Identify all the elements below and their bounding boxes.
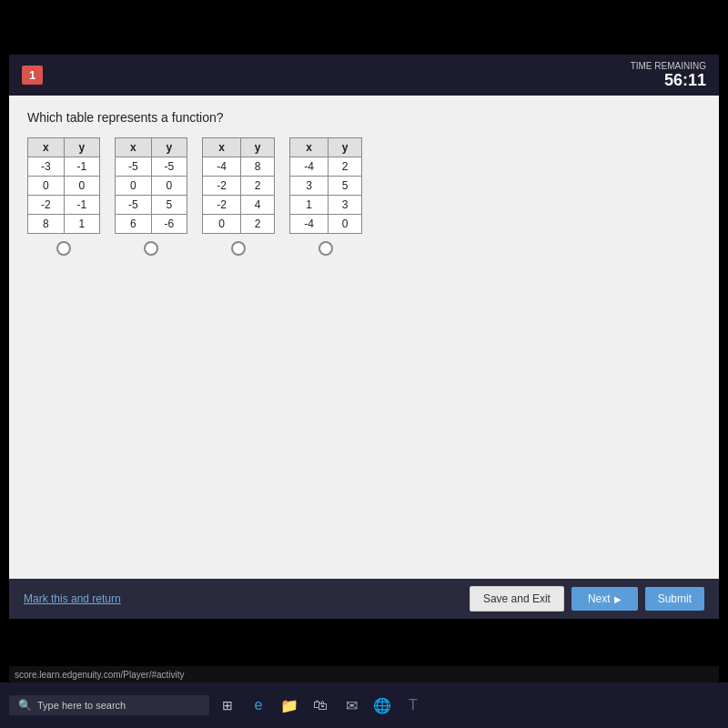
data-table-a: x y -3 -1 0 0 -2 bbox=[27, 137, 100, 234]
table-row: -5 -5 bbox=[116, 157, 187, 177]
table-c-r2c1: -2 bbox=[203, 177, 241, 196]
table-a-r3c2: -1 bbox=[64, 196, 100, 215]
table-a-r1c1: -3 bbox=[28, 157, 65, 177]
taskbar-icon-chrome[interactable]: 🌐 bbox=[371, 694, 393, 716]
table-row: 0 2 bbox=[203, 215, 275, 234]
taskbar-search-text: Type here to search bbox=[37, 700, 126, 711]
table-b-r4c1: 6 bbox=[116, 215, 152, 234]
table-row: 0 0 bbox=[116, 177, 187, 196]
browser-url: score.learn.edgenuity.com/Player/#activi… bbox=[15, 670, 185, 680]
top-bar: 1 TIME REMAINING 56:11 bbox=[9, 55, 719, 96]
time-remaining-label: TIME REMAINING bbox=[631, 61, 706, 71]
table-row: 6 -6 bbox=[116, 215, 187, 234]
mark-return-link[interactable]: Mark this and return bbox=[24, 592, 121, 605]
table-row: 1 3 bbox=[290, 196, 362, 215]
taskbar-icon-monitor[interactable]: ⊞ bbox=[217, 694, 238, 716]
table-a-r1c2: -1 bbox=[64, 157, 100, 177]
table-d-r2c2: 5 bbox=[329, 177, 362, 196]
table-row: 3 5 bbox=[290, 177, 362, 196]
table-c-header-x: x bbox=[203, 138, 241, 157]
table-a-r2c1: 0 bbox=[28, 177, 65, 196]
data-table-c: x y -4 8 -2 2 -2 bbox=[202, 137, 275, 234]
taskbar-icon-mail[interactable]: ✉ bbox=[340, 694, 362, 716]
table-d-header-y: y bbox=[329, 138, 362, 157]
table-c-r2c2: 2 bbox=[241, 177, 275, 196]
taskbar: 🔍 Type here to search ⊞ e 📁 🛍 ✉ 🌐 T bbox=[0, 682, 728, 728]
browser-bar: score.learn.edgenuity.com/Player/#activi… bbox=[9, 666, 719, 682]
table-b-header-y: y bbox=[151, 138, 187, 157]
table-c-r4c2: 2 bbox=[241, 215, 275, 234]
data-table-b: x y -5 -5 0 0 -5 bbox=[115, 137, 187, 234]
table-option-d: x y -4 2 3 5 1 bbox=[289, 137, 362, 256]
taskbar-icon-store[interactable]: 🛍 bbox=[309, 694, 331, 716]
table-d-r4c1: -4 bbox=[290, 215, 329, 234]
table-row: -5 5 bbox=[116, 196, 187, 215]
table-a-header-x: x bbox=[28, 138, 65, 157]
table-b-r3c2: 5 bbox=[151, 196, 187, 215]
data-table-d: x y -4 2 3 5 1 bbox=[289, 137, 362, 234]
table-c-r3c2: 4 bbox=[241, 196, 275, 215]
question-text: Which table represents a function? bbox=[27, 110, 701, 125]
table-row: -4 0 bbox=[290, 215, 362, 234]
radio-option-b[interactable] bbox=[144, 241, 158, 256]
table-c-r1c2: 8 bbox=[241, 157, 275, 177]
table-b-r4c2: -6 bbox=[151, 215, 187, 234]
table-b-header-x: x bbox=[116, 138, 152, 157]
table-b-r3c1: -5 bbox=[116, 196, 152, 215]
table-d-r2c1: 3 bbox=[290, 177, 329, 196]
table-d-r3c1: 1 bbox=[290, 196, 329, 215]
table-a-r4c2: 1 bbox=[64, 215, 100, 234]
time-remaining-display: TIME REMAINING 56:11 bbox=[631, 60, 706, 90]
table-a-header-y: y bbox=[64, 138, 100, 157]
table-row: -4 2 bbox=[290, 157, 362, 177]
bottom-buttons: Save and Exit Next Submit bbox=[470, 586, 704, 612]
taskbar-search[interactable]: 🔍 Type here to search bbox=[9, 695, 209, 715]
table-b-r1c2: -5 bbox=[151, 157, 187, 177]
table-d-r1c1: -4 bbox=[290, 157, 329, 177]
table-d-header-x: x bbox=[290, 138, 329, 157]
taskbar-icon-teams[interactable]: T bbox=[402, 694, 424, 716]
table-row: -2 2 bbox=[203, 177, 275, 196]
question-number: 1 bbox=[22, 66, 43, 85]
save-exit-button[interactable]: Save and Exit bbox=[470, 586, 564, 612]
submit-button[interactable]: Submit bbox=[645, 587, 704, 611]
table-row: 0 0 bbox=[28, 177, 100, 196]
table-d-r3c2: 3 bbox=[329, 196, 362, 215]
table-d-r4c2: 0 bbox=[329, 215, 362, 234]
time-value: 56:11 bbox=[631, 71, 706, 90]
table-row: -2 4 bbox=[203, 196, 275, 215]
table-c-r3c1: -2 bbox=[203, 196, 241, 215]
taskbar-icon-edge[interactable]: e bbox=[248, 694, 269, 716]
table-d-r1c2: 2 bbox=[329, 157, 362, 177]
content-area: Which table represents a function? x y -… bbox=[9, 96, 719, 579]
table-row: -2 -1 bbox=[28, 196, 100, 215]
table-row: 8 1 bbox=[28, 215, 100, 234]
table-row: -3 -1 bbox=[28, 157, 100, 177]
table-a-r2c2: 0 bbox=[64, 177, 100, 196]
table-c-header-y: y bbox=[241, 138, 275, 157]
table-b-r2c2: 0 bbox=[151, 177, 187, 196]
taskbar-icon-folder[interactable]: 📁 bbox=[278, 694, 300, 716]
next-button[interactable]: Next bbox=[571, 587, 638, 611]
bottom-bar: Mark this and return Save and Exit Next … bbox=[9, 579, 719, 619]
table-a-r4c1: 8 bbox=[28, 215, 65, 234]
table-b-r2c1: 0 bbox=[116, 177, 152, 196]
radio-option-d[interactable] bbox=[318, 241, 333, 256]
table-option-a: x y -3 -1 0 0 -2 bbox=[27, 137, 100, 256]
table-a-r3c1: -2 bbox=[28, 196, 65, 215]
tables-row: x y -3 -1 0 0 -2 bbox=[27, 137, 701, 256]
taskbar-icons: ⊞ e 📁 🛍 ✉ 🌐 T bbox=[217, 694, 424, 716]
table-c-r4c1: 0 bbox=[203, 215, 241, 234]
radio-option-c[interactable] bbox=[231, 241, 246, 256]
table-row: -4 8 bbox=[203, 157, 275, 177]
table-b-r1c1: -5 bbox=[116, 157, 152, 177]
table-option-b: x y -5 -5 0 0 -5 bbox=[115, 137, 187, 256]
table-c-r1c1: -4 bbox=[203, 157, 241, 177]
table-option-c: x y -4 8 -2 2 -2 bbox=[202, 137, 275, 256]
search-icon: 🔍 bbox=[18, 699, 32, 712]
radio-option-a[interactable] bbox=[56, 241, 71, 256]
